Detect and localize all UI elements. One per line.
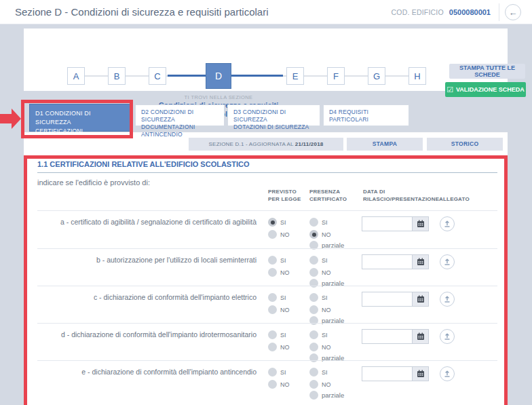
certification-row-b: b - autorizzazione per l'utilizzo di loc…	[37, 248, 497, 286]
radio-circle[interactable]	[268, 330, 277, 339]
radio-circle[interactable]	[268, 218, 277, 227]
date-input[interactable]	[362, 329, 412, 344]
radio-circle[interactable]	[268, 293, 277, 302]
step-c[interactable]: C	[149, 67, 166, 85]
radio-previsto-si[interactable]: SI	[268, 330, 286, 339]
row-label: d - dichiarazione di conformità dell'imp…	[61, 330, 256, 339]
radio-circle[interactable]	[309, 256, 318, 265]
radio-previsto-si[interactable]: SI	[268, 293, 286, 302]
radio-circle[interactable]	[309, 293, 318, 302]
radio-circle[interactable]	[309, 230, 318, 239]
history-button[interactable]: STORICO	[427, 138, 503, 151]
radio-presenza-no[interactable]: NO	[309, 305, 331, 314]
radio-previsto-si[interactable]: SI	[268, 218, 286, 227]
radio-previsto-no[interactable]: NO	[268, 268, 290, 277]
radio-circle[interactable]	[309, 380, 318, 389]
print-button[interactable]: STAMPA	[347, 138, 423, 151]
upload-attachment-button[interactable]	[440, 254, 455, 269]
date-field-group	[362, 254, 429, 269]
radio-circle[interactable]	[268, 343, 277, 351]
radio-circle[interactable]	[268, 268, 277, 277]
column-data-rilascio: DATA DIRILASCIO/PRESENTAZIONE	[363, 188, 439, 203]
radio-previsto-si[interactable]: SI	[268, 256, 286, 265]
page: Sezione D - Condizioni di sicurezza e re…	[0, 0, 532, 405]
radio-presenza-si[interactable]: SI	[309, 218, 328, 227]
radio-presenza-parziale[interactable]: parziale	[309, 391, 344, 400]
upload-icon	[443, 332, 451, 341]
radio-previsto-no[interactable]: NO	[268, 305, 290, 314]
radio-previsto-si[interactable]: SI	[268, 368, 286, 377]
validate-button[interactable]: ☑ VALIDAZIONE SCHEDA	[445, 82, 526, 97]
building-code-value: 0500080001	[449, 8, 491, 16]
upload-attachment-button[interactable]	[440, 292, 455, 307]
date-field-group	[362, 329, 429, 344]
step-a[interactable]: A	[67, 67, 85, 85]
step-h[interactable]: H	[408, 67, 426, 85]
radio-circle[interactable]	[309, 218, 318, 227]
radio-circle[interactable]	[309, 305, 318, 314]
upload-attachment-button[interactable]	[440, 366, 455, 381]
upload-attachment-button[interactable]	[440, 216, 455, 231]
tab-d1-certificazioni[interactable]: D1 CONDIZIONI DI SICUREZZA CERTIFICAZION…	[29, 104, 132, 132]
calendar-icon	[417, 295, 425, 303]
tab-d4-requisiti-particolari[interactable]: D4 REQUISITI PARTICOLARI	[323, 104, 409, 126]
date-input[interactable]	[362, 254, 412, 269]
step-b[interactable]: B	[108, 67, 126, 85]
calendar-button[interactable]	[412, 216, 429, 231]
tab-d3-dotazioni-di-sicurezza[interactable]: D3 CONDIZIONI DI SICUREZZA DOTAZIONI DI …	[227, 104, 320, 126]
date-input[interactable]	[362, 366, 412, 381]
tab-d2-documentazioni-antincendio[interactable]: D2 CONDIZIONI DI SICUREZZA DOCUMENTAZION…	[135, 104, 225, 126]
column-presenza-certificato: PRESENZACERTIFICATO	[309, 188, 347, 203]
date-input[interactable]	[362, 216, 412, 231]
radio-circle[interactable]	[268, 305, 277, 314]
tab-label: D3 CONDIZIONI DI SICUREZZA	[233, 109, 286, 123]
radio-circle[interactable]	[309, 368, 318, 377]
radio-previsto-no[interactable]: NO	[268, 343, 290, 351]
building-code-label: COD. EDIFICIO	[392, 8, 444, 16]
upload-attachment-button[interactable]	[440, 329, 455, 344]
date-input[interactable]	[362, 292, 412, 307]
radio-presenza-no[interactable]: NO	[309, 380, 331, 389]
step-f[interactable]: F	[327, 67, 345, 85]
tab-label: D2 CONDIZIONI DI SICUREZZA	[141, 109, 193, 123]
annotation-arrow	[0, 114, 12, 123]
radio-circle[interactable]	[309, 268, 318, 277]
calendar-button[interactable]	[412, 329, 429, 344]
radio-presenza-si[interactable]: SI	[309, 256, 328, 265]
calendar-icon	[417, 370, 425, 378]
step-d-active[interactable]: D	[206, 63, 231, 89]
radio-circle[interactable]	[309, 343, 318, 351]
status-prefix: SEZIONE D.1 - AGGIORNATA AL	[209, 141, 295, 147]
section-status-badge: SEZIONE D.1 - AGGIORNATA AL 21/11/2018	[189, 138, 343, 151]
section-underline	[37, 172, 497, 173]
radio-presenza-no[interactable]: NO	[309, 230, 331, 239]
radio-presenza-no[interactable]: NO	[309, 343, 331, 351]
radio-presenza-si[interactable]: SI	[309, 330, 328, 339]
radio-presenza-no[interactable]: NO	[309, 268, 331, 277]
radio-previsto-no[interactable]: NO	[268, 380, 290, 389]
radio-presenza-si[interactable]: SI	[309, 368, 328, 377]
step-e[interactable]: E	[286, 67, 304, 85]
radio-circle[interactable]	[309, 391, 318, 400]
calendar-button[interactable]	[412, 292, 429, 307]
calendar-button[interactable]	[412, 254, 429, 269]
row-label: e - dichiarazione di conformità dell'imp…	[81, 368, 256, 376]
row-label: b - autorizzazione per l'utilizzo di loc…	[96, 256, 256, 264]
radio-circle[interactable]	[268, 368, 277, 377]
step-g[interactable]: G	[368, 67, 385, 85]
calendar-button[interactable]	[412, 366, 429, 381]
radio-circle[interactable]	[268, 380, 277, 389]
radio-previsto-no[interactable]: NO	[268, 230, 290, 239]
radio-circle[interactable]	[309, 330, 318, 339]
checkbox-icon: ☑	[446, 85, 453, 94]
header-right: COD. EDIFICIO 0500080001 ←	[392, 0, 521, 24]
back-button[interactable]: ←	[505, 4, 521, 20]
date-field-group	[362, 366, 429, 381]
form-intro-text: indicare se l'edificio è provvisto di:	[37, 178, 150, 187]
print-all-button[interactable]: STAMPA TUTTE LE SCHEDE	[449, 64, 525, 79]
radio-presenza-si[interactable]: SI	[309, 293, 328, 302]
radio-circle[interactable]	[268, 256, 277, 265]
left-arrow-icon: ←	[509, 7, 518, 18]
radio-circle[interactable]	[268, 230, 277, 239]
calendar-icon	[417, 258, 425, 266]
